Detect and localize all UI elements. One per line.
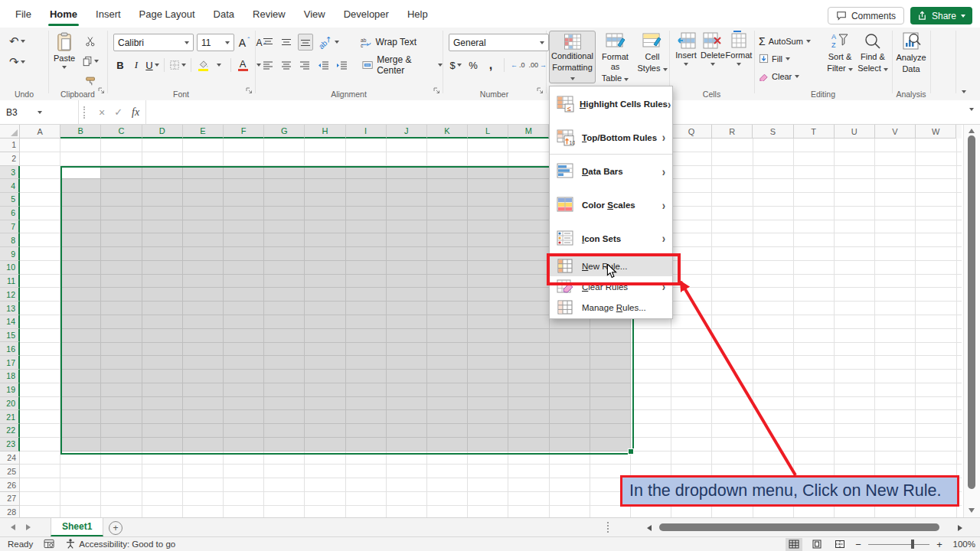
menu-item-data-bars[interactable]: Data Bars› — [550, 155, 672, 188]
sheet-tab-sheet1[interactable]: Sheet1 — [51, 518, 103, 536]
row-header-22[interactable]: 22 — [0, 424, 20, 438]
column-header-H[interactable]: H — [305, 125, 345, 139]
column-header-L[interactable]: L — [468, 125, 508, 139]
scroll-up-icon[interactable] — [969, 129, 975, 133]
row-header-24[interactable]: 24 — [0, 452, 20, 465]
horizontal-scroll-thumb[interactable] — [659, 523, 939, 531]
row-header-18[interactable]: 18 — [0, 370, 20, 383]
row-header-9[interactable]: 9 — [0, 247, 20, 261]
format-cells-button[interactable]: Format — [726, 31, 752, 66]
column-header-D[interactable]: D — [142, 125, 183, 139]
decrease-indent-button[interactable] — [316, 57, 330, 73]
tab-page-layout[interactable]: Page Layout — [130, 0, 204, 28]
zoom-out-button[interactable]: − — [854, 539, 862, 550]
decrease-decimal-button[interactable]: .00→ — [529, 57, 547, 73]
cut-button[interactable] — [82, 34, 99, 49]
merge-center-button[interactable]: Merge & Center — [362, 57, 443, 73]
bold-button[interactable]: B — [113, 57, 127, 73]
zoom-slider[interactable] — [868, 544, 929, 545]
borders-button[interactable] — [169, 57, 186, 73]
column-header-S[interactable]: S — [753, 125, 793, 139]
select-all-button[interactable] — [0, 125, 20, 139]
page-layout-view-button[interactable] — [808, 538, 825, 551]
number-format-select[interactable]: General — [449, 34, 549, 51]
fill-color-dropdown[interactable] — [212, 57, 226, 73]
column-header-I[interactable]: I — [346, 125, 387, 139]
name-box[interactable]: B3 — [0, 100, 79, 124]
column-header-M[interactable]: M — [508, 125, 549, 139]
row-header-25[interactable]: 25 — [0, 465, 20, 478]
format-painter-button[interactable] — [82, 73, 99, 89]
column-header-G[interactable]: G — [264, 125, 305, 139]
row-header-2[interactable]: 2 — [0, 152, 20, 166]
row-header-13[interactable]: 13 — [0, 302, 20, 315]
row-header-21[interactable]: 21 — [0, 410, 20, 424]
new-sheet-button[interactable]: + — [109, 521, 122, 535]
tab-data[interactable]: Data — [204, 0, 243, 28]
comments-button[interactable]: Comments — [828, 7, 904, 24]
column-header-U[interactable]: U — [835, 125, 875, 139]
row-header-6[interactable]: 6 — [0, 207, 20, 220]
tab-developer[interactable]: Developer — [335, 0, 398, 28]
row-header-5[interactable]: 5 — [0, 193, 20, 207]
undo-button[interactable]: ↶ — [9, 34, 25, 49]
row-header-3[interactable]: 3 — [0, 166, 20, 180]
align-center-button[interactable] — [279, 57, 293, 73]
column-header-T[interactable]: T — [794, 125, 835, 139]
row-header-11[interactable]: 11 — [0, 275, 20, 289]
row-header-20[interactable]: 20 — [0, 397, 20, 411]
fill-color-button[interactable] — [196, 57, 210, 73]
copy-button[interactable] — [82, 54, 99, 69]
underline-button[interactable]: U — [145, 57, 159, 73]
analyze-data-button[interactable]: Analyze Data — [893, 31, 929, 74]
row-header-14[interactable]: 14 — [0, 315, 20, 329]
comma-style-button[interactable]: , — [484, 57, 498, 73]
column-header-K[interactable]: K — [427, 125, 468, 139]
row-header-7[interactable]: 7 — [0, 220, 20, 234]
menu-item-icon-sets[interactable]: Icon Sets› — [550, 222, 672, 256]
column-header-R[interactable]: R — [712, 125, 753, 139]
font-size-select[interactable]: 11 — [197, 34, 234, 51]
row-header-12[interactable]: 12 — [0, 288, 20, 302]
menu-item-manage-rules[interactable]: Manage Rules... — [550, 297, 672, 318]
tab-split-handle[interactable] — [607, 522, 609, 533]
wrap-text-button[interactable]: abc Wrap Text — [361, 34, 417, 50]
zoom-slider-thumb[interactable] — [911, 540, 914, 549]
normal-view-button[interactable] — [786, 538, 802, 551]
formula-bar-handle[interactable] — [83, 106, 88, 119]
column-header-B[interactable]: B — [60, 125, 101, 139]
italic-button[interactable]: I — [129, 57, 143, 73]
page-break-view-button[interactable] — [831, 538, 848, 551]
tab-view[interactable]: View — [295, 0, 335, 28]
paste-button[interactable]: Paste — [52, 32, 77, 69]
top-align-button[interactable] — [261, 34, 275, 50]
row-header-10[interactable]: 10 — [0, 261, 20, 275]
tab-home[interactable]: Home — [41, 0, 87, 28]
vertical-scroll-thumb[interactable] — [968, 135, 975, 489]
previous-sheet-icon[interactable] — [11, 524, 15, 530]
column-header-A[interactable]: A — [20, 125, 60, 139]
orientation-button[interactable]: ab↗ — [318, 34, 339, 50]
cell-styles-button[interactable]: Cell Styles — [636, 32, 668, 73]
autosum-button[interactable]: ΣAutoSum — [759, 32, 811, 50]
scroll-down-icon[interactable] — [969, 508, 975, 513]
collapse-ribbon-button[interactable] — [962, 84, 966, 98]
clear-button[interactable]: Clear — [759, 67, 811, 85]
accounting-format-button[interactable]: $ — [449, 57, 462, 73]
increase-font-size-button[interactable]: Aˆ — [237, 35, 251, 51]
font-dialog-launcher[interactable] — [245, 83, 253, 97]
cancel-entry-icon[interactable]: × — [99, 106, 105, 119]
font-name-select[interactable]: Calibri — [113, 34, 194, 51]
next-sheet-icon[interactable] — [26, 524, 31, 530]
scroll-left-icon[interactable] — [647, 525, 652, 531]
row-header-15[interactable]: 15 — [0, 329, 20, 343]
share-dropdown-icon[interactable] — [961, 15, 965, 18]
align-right-button[interactable] — [298, 57, 312, 73]
insert-cells-button[interactable]: Insert — [674, 32, 698, 66]
column-header-E[interactable]: E — [183, 125, 224, 139]
accessibility-status[interactable]: Accessibility: Good to go — [66, 539, 175, 549]
spreadsheet-cells[interactable] — [20, 139, 962, 517]
tab-insert[interactable]: Insert — [87, 0, 130, 28]
find-select-button[interactable]: Find & Select — [857, 32, 889, 73]
name-box-dropdown-icon[interactable] — [38, 111, 42, 114]
